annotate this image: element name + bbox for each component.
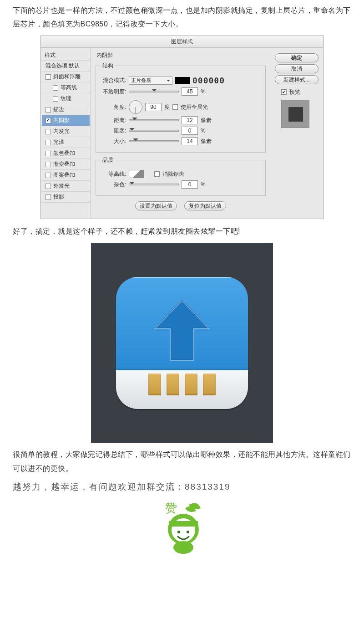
style-pattern-overlay[interactable]: 图案叠加 (42, 169, 90, 180)
style-label: 混合选项:默认 (46, 62, 80, 70)
action-panel: 确定 取消 新建样式... 预览 (270, 48, 323, 219)
checkbox-icon[interactable] (53, 85, 58, 91)
checkbox-icon[interactable] (46, 118, 51, 123)
style-label: 内阴影 (53, 117, 70, 124)
layer-style-dialog-figure: 图层样式 样式 混合选项:默认 斜面和浮雕 等高线 纹理 (0, 36, 364, 219)
style-bevel[interactable]: 斜面和浮雕 (42, 71, 90, 82)
style-gradient-overlay[interactable]: 渐变叠加 (42, 159, 90, 169)
style-inner-shadow[interactable]: 内阴影 (42, 115, 90, 126)
color-swatch[interactable] (175, 77, 190, 84)
noise-input[interactable]: 0 (182, 180, 198, 189)
unit-percent: % (201, 181, 206, 188)
structure-legend: 结构 (101, 62, 115, 70)
preview-label: 预览 (289, 88, 300, 96)
checkbox-icon[interactable] (46, 151, 51, 156)
style-label: 投影 (53, 193, 64, 201)
style-label: 等高线 (61, 84, 77, 92)
style-label: 内发光 (53, 128, 70, 135)
style-inner-glow[interactable]: 内发光 (42, 126, 90, 137)
svg-point-4 (187, 531, 189, 533)
antialias-label: 消除锯齿 (162, 170, 184, 178)
svg-rect-2 (169, 521, 198, 527)
settings-panel: 内阴影 结构 混合模式: 正片叠底 000000 不透明度: 45 % (91, 48, 270, 219)
contour-picker[interactable] (129, 170, 144, 178)
checkbox-icon[interactable] (46, 129, 51, 134)
unit-degree: 度 (164, 103, 170, 111)
chip-icon (148, 373, 161, 395)
opacity-input[interactable]: 45 (182, 87, 198, 96)
structure-group: 结构 混合模式: 正片叠底 000000 不透明度: 45 % (96, 62, 266, 153)
ok-button[interactable]: 确定 (275, 53, 318, 62)
choke-slider[interactable] (129, 130, 179, 132)
size-input[interactable]: 14 (182, 137, 198, 145)
unit-px: 像素 (201, 117, 212, 124)
style-drop-shadow[interactable]: 投影 (42, 191, 90, 203)
opacity-slider[interactable] (129, 91, 179, 92)
style-blend-options[interactable]: 混合选项:默认 (42, 60, 90, 71)
style-stroke[interactable]: 描边 (42, 104, 90, 115)
checkbox-icon[interactable] (46, 140, 51, 145)
chip-icon (203, 373, 216, 395)
blend-mode-label: 混合模式: (101, 77, 126, 84)
style-label: 描边 (53, 106, 64, 113)
noise-label: 杂色: (101, 181, 126, 189)
cancel-button[interactable]: 取消 (275, 64, 318, 73)
style-label: 渐变叠加 (53, 160, 75, 168)
checkbox-icon[interactable] (53, 96, 58, 102)
result-figure (0, 243, 364, 443)
arrow-up-icon (148, 296, 216, 364)
style-label: 纹理 (61, 95, 71, 102)
result-background (91, 243, 273, 443)
tutorial-paragraph-2: 好了，搞定，就是这个样子，还不赖，赶紧发到朋友圈去炫耀一下吧! (13, 225, 351, 238)
set-default-button[interactable]: 设置为默认值 (135, 201, 177, 210)
size-label: 大小: (101, 138, 126, 145)
opacity-label: 不透明度: (101, 88, 126, 96)
style-satin[interactable]: 光泽 (42, 137, 90, 148)
style-label: 外发光 (53, 182, 70, 190)
style-label: 斜面和浮雕 (53, 73, 81, 81)
style-label: 光泽 (53, 138, 64, 146)
checkbox-icon[interactable] (46, 194, 51, 200)
global-light-checkbox[interactable] (172, 104, 178, 110)
distance-input[interactable]: 12 (182, 116, 198, 124)
style-contour[interactable]: 等高线 (42, 82, 90, 93)
style-outer-glow[interactable]: 外发光 (42, 180, 90, 191)
choke-input[interactable]: 0 (182, 127, 198, 135)
chip-icon (185, 373, 197, 395)
contour-label: 等高线: (101, 170, 126, 178)
unit-percent: % (201, 88, 206, 95)
quality-group: 品质 等高线: 消除锯齿 杂色: 0 % (96, 156, 266, 196)
blend-mode-select[interactable]: 正片叠底 (129, 77, 172, 85)
preview-checkbox[interactable] (281, 89, 287, 95)
contact-line: 越努力，越幸运，有问题欢迎加群交流：88313319 (13, 481, 351, 493)
distance-slider[interactable] (129, 119, 179, 121)
angle-dial[interactable] (129, 100, 142, 114)
choke-label: 阻塞: (101, 127, 126, 135)
style-texture[interactable]: 纹理 (42, 93, 90, 104)
checkbox-icon[interactable] (46, 184, 51, 189)
effect-title: 内阴影 (96, 51, 266, 61)
angle-label: 角度: (101, 103, 126, 111)
chips-row (116, 373, 248, 395)
checkbox-icon[interactable] (46, 173, 51, 178)
upload-icon (116, 277, 248, 409)
reset-default-button[interactable]: 复位为默认值 (184, 201, 226, 210)
checkbox-icon[interactable] (46, 74, 51, 80)
size-slider[interactable] (129, 140, 179, 142)
angle-input[interactable]: 90 (145, 103, 162, 111)
new-style-button[interactable]: 新建样式... (275, 75, 318, 84)
color-hex: 000000 (192, 76, 225, 85)
antialias-checkbox[interactable] (154, 171, 160, 177)
preview-thumbnail (281, 100, 309, 128)
svg-point-3 (177, 531, 180, 533)
style-label: 颜色叠加 (53, 149, 75, 157)
noise-slider[interactable] (129, 184, 179, 185)
distance-label: 距离: (101, 117, 126, 124)
dialog-title: 图层样式 (41, 36, 323, 48)
tutorial-paragraph-3: 很简单的教程，大家做完记得总结下，哪些样式可以做出哪种效果，还能不能用其他方法。… (13, 448, 351, 476)
styles-panel: 样式 混合选项:默认 斜面和浮雕 等高线 纹理 描 (41, 48, 91, 219)
checkbox-icon[interactable] (46, 162, 51, 167)
style-color-overlay[interactable]: 颜色叠加 (42, 148, 90, 159)
checkbox-icon[interactable] (46, 107, 51, 113)
svg-point-5 (173, 541, 193, 554)
